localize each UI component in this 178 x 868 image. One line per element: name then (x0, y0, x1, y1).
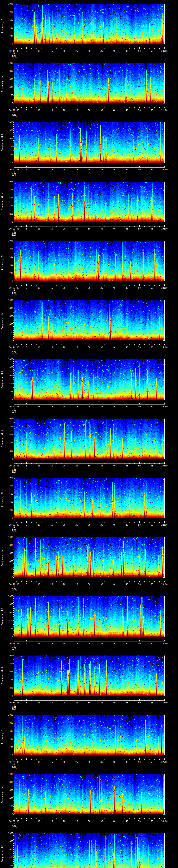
x-start-time-label: 10:23:00 (3, 287, 25, 289)
spectrogram-heatmap (14, 241, 165, 281)
date-label: 2015 (3, 530, 25, 532)
x-tick-label: 20 (61, 168, 68, 170)
x-tick-label: 10 (35, 820, 42, 823)
x-tick-label: 25 (73, 50, 80, 52)
x-tick-label: 15 (48, 228, 55, 230)
x-tick-label: 30 (86, 50, 93, 52)
x-tick-label: 40 (111, 50, 118, 52)
spectrogram-heatmap (14, 4, 165, 44)
x-tick-label: 20 (61, 228, 68, 230)
x-tick-label: 30 (86, 643, 93, 645)
x-tick-label: 35 (98, 524, 105, 526)
spectrogram-heatmap (14, 478, 165, 518)
x-tick-label: 5 (23, 406, 30, 408)
x-tick-label: 10 (35, 406, 42, 408)
x-tick-label: 50 (136, 346, 143, 348)
x-tick-label: 15 (48, 524, 55, 526)
x-tick-label: 45 (123, 287, 130, 289)
x-tick-label: 30 (86, 287, 93, 289)
date-label: 2015 (3, 352, 25, 354)
x-tick-label: 25 (73, 643, 80, 645)
x-end-time-label: 23:00 (156, 228, 173, 230)
spectrogram-panel: Frequency (Hz)0200400600800100010:19:005… (0, 0, 178, 59)
x-tick-label: 30 (86, 524, 93, 526)
x-tick-label: 55 (148, 761, 155, 763)
x-end-time-label: 27:00 (156, 465, 173, 467)
spectrogram-heatmap (14, 537, 165, 578)
x-tick-label: 25 (73, 702, 80, 704)
x-start-time-label: 10:28:00 (3, 583, 25, 585)
x-tick-label: 45 (123, 761, 130, 763)
x-tick-label: 10 (35, 761, 42, 763)
spectrogram-panel: Frequency (Hz)0200400600800100010:27:005… (0, 474, 178, 533)
x-tick-label: 50 (136, 820, 143, 823)
x-tick-label: 5 (23, 643, 30, 645)
x-start-time-label: 10:24:00 (3, 346, 25, 348)
x-tick-label: 50 (136, 168, 143, 170)
x-start-time-label: 10:22:00 (3, 228, 25, 230)
x-tick-label: 25 (73, 228, 80, 230)
x-tick-label: 45 (123, 583, 130, 585)
spectrogram-heatmap (14, 655, 165, 696)
x-tick-label: 10 (35, 228, 42, 230)
x-end-time-label: 29:00 (156, 583, 173, 585)
x-tick-label: 35 (98, 465, 105, 467)
x-tick-label: 10 (35, 702, 42, 704)
x-tick-label: 45 (123, 702, 130, 704)
spectrogram-panel: Frequency (Hz)0200400600800100010:26:005… (0, 415, 178, 474)
x-tick-label: 20 (61, 287, 68, 289)
x-tick-label: 15 (48, 702, 55, 704)
x-tick-label: 30 (86, 465, 93, 467)
x-tick-label: 35 (98, 583, 105, 585)
x-start-time-label: 10:25:00 (3, 406, 25, 408)
x-tick-label: 35 (98, 702, 105, 704)
x-end-time-label: 26:00 (156, 406, 173, 408)
x-tick-label: 40 (111, 761, 118, 763)
x-tick-label: 55 (148, 50, 155, 52)
x-tick-label: 45 (123, 820, 130, 823)
spectrogram-panel: Frequency (Hz)0200400600800100010:23:005… (0, 237, 178, 296)
x-tick-label: 35 (98, 643, 105, 645)
spectrogram-heatmap (14, 774, 165, 814)
x-tick-label: 5 (23, 50, 30, 52)
x-tick-label: 45 (123, 168, 130, 170)
x-tick-label: 40 (111, 643, 118, 645)
x-tick-label: 45 (123, 228, 130, 230)
x-tick-label: 55 (148, 702, 155, 704)
date-label: 2015 (3, 827, 25, 829)
x-tick-label: 20 (61, 643, 68, 645)
x-tick-label: 45 (123, 524, 130, 526)
x-tick-label: 15 (48, 287, 55, 289)
x-tick-label: 35 (98, 109, 105, 111)
x-tick-label: 35 (98, 346, 105, 348)
x-tick-label: 10 (35, 643, 42, 645)
x-tick-label: 50 (136, 406, 143, 408)
x-tick-label: 20 (61, 524, 68, 526)
x-tick-label: 25 (73, 761, 80, 763)
x-tick-label: 25 (73, 820, 80, 823)
x-tick-label: 20 (61, 820, 68, 823)
date-label: 2015 (3, 234, 25, 236)
x-tick-label: 20 (61, 406, 68, 408)
x-tick-label: 15 (48, 346, 55, 348)
x-tick-label: 35 (98, 50, 105, 52)
x-tick-label: 30 (86, 583, 93, 585)
spectrogram-heatmap (14, 359, 165, 400)
x-tick-label: 55 (148, 643, 155, 645)
x-tick-label: 35 (98, 761, 105, 763)
x-tick-label: 10 (35, 346, 42, 348)
date-label: 2015 (3, 649, 25, 651)
date-label: 2015 (3, 412, 25, 414)
date-label: 2015 (3, 56, 25, 58)
x-tick-label: 30 (86, 346, 93, 348)
x-tick-label: 40 (111, 406, 118, 408)
x-tick-label: 45 (123, 346, 130, 348)
x-tick-label: 55 (148, 109, 155, 111)
x-tick-label: 50 (136, 524, 143, 526)
x-tick-label: 5 (23, 702, 30, 704)
x-tick-label: 20 (61, 465, 68, 467)
x-tick-label: 10 (35, 465, 42, 467)
x-tick-label: 5 (23, 583, 30, 585)
x-end-time-label: 24:00 (156, 287, 173, 289)
spectrogram-panel: Frequency (Hz)0200400600800100010:30:005… (0, 652, 178, 711)
